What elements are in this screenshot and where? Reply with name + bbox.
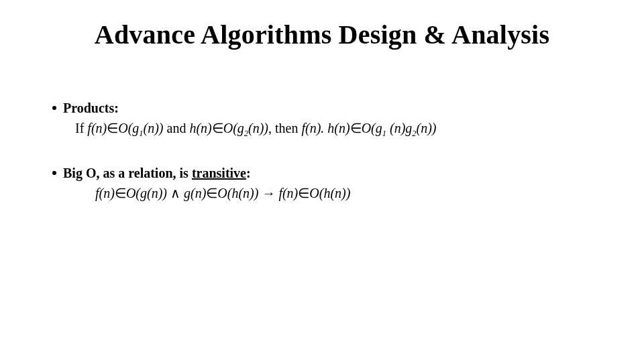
bullet-products-label: Products:: [63, 99, 119, 117]
t: g(n): [184, 186, 206, 200]
spacer: [52, 140, 602, 164]
t: If: [75, 121, 87, 135]
t: f(n). h(n): [301, 121, 350, 135]
element-of-icon: ∈: [115, 186, 126, 200]
t: O(g: [362, 121, 382, 135]
t: :: [246, 166, 251, 180]
t: f(n): [87, 121, 107, 135]
t: f(n): [95, 186, 115, 200]
t: Big O, as a relation, is: [63, 166, 192, 180]
t: (n)): [248, 121, 268, 135]
transitive-rule: f(n)∈O(g(n)) ∧ g(n)∈O(h(n)) → f(n)∈O(h(n…: [95, 184, 602, 202]
t: O(g: [223, 121, 244, 135]
element-of-icon: ∈: [107, 121, 118, 135]
bullet-transitive: Big O, as a relation, is transitive:: [52, 164, 602, 182]
t: O(g: [118, 121, 139, 135]
t: h(n): [189, 121, 211, 135]
bullet-transitive-label: Big O, as a relation, is transitive:: [63, 164, 251, 182]
products-rule: If f(n)∈O(g1(n)) and h(n)∈O(g2(n)), then…: [75, 119, 602, 139]
element-of-icon: ∈: [212, 121, 223, 135]
slide-body: Products: If f(n)∈O(g1(n)) and h(n)∈O(g2…: [52, 99, 602, 203]
slide: Advance Algorithms Design & Analysis Pro…: [0, 0, 644, 362]
t: O(h(n)): [309, 186, 350, 200]
t: and: [164, 121, 190, 135]
element-of-icon: ∈: [206, 186, 217, 200]
t: (n)): [417, 121, 437, 135]
implies-icon: →: [258, 186, 278, 200]
t: O(g(n)): [126, 186, 167, 200]
bullet-dot-icon: [52, 106, 56, 110]
element-of-icon: ∈: [298, 186, 309, 200]
t: (n)g: [386, 121, 412, 135]
t: transitive: [192, 166, 246, 180]
bullet-products: Products:: [52, 99, 602, 117]
slide-title: Advance Algorithms Design & Analysis: [0, 19, 644, 50]
t: f(n): [278, 186, 298, 200]
bullet-dot-icon: [52, 171, 56, 175]
and-icon: ∧: [167, 186, 184, 200]
t: , then: [268, 121, 301, 135]
t: (n)): [144, 121, 164, 135]
t: O(h(n)): [217, 186, 258, 200]
element-of-icon: ∈: [350, 121, 362, 135]
